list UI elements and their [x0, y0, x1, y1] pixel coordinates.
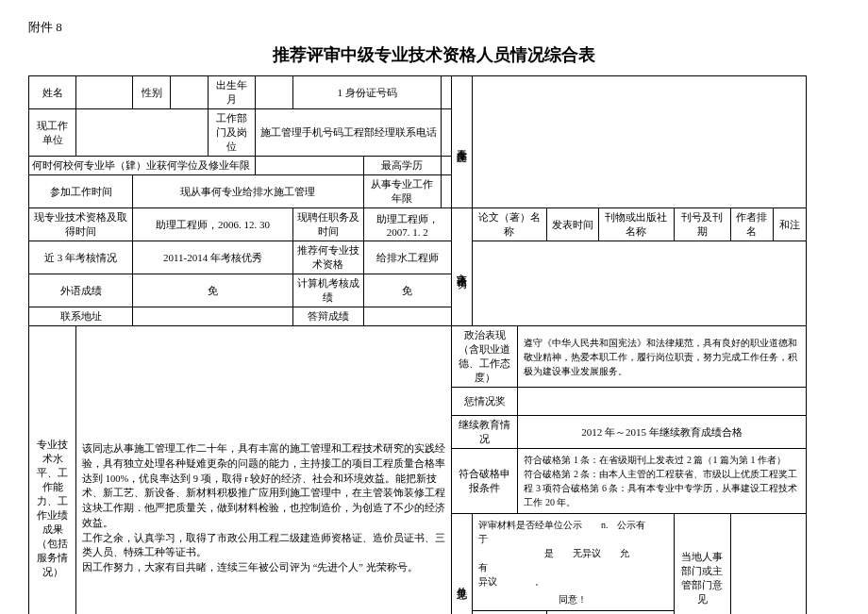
label-idno: 1 身份证号码 — [293, 76, 442, 109]
label-local: 当地人事部门或主管部门意见 — [674, 514, 730, 615]
seal1: （盖章）2015 年 7 月 28 日 — [472, 611, 546, 615]
page-title: 推荐评审中级专业技术资格人员情况综合表 — [28, 43, 840, 66]
val-political: 遵守《中华人民共和国宪法》和法律规范，具有良好的职业道德和敬业精神，热爱本职工作… — [518, 326, 806, 388]
val-lang: 免 — [133, 274, 293, 307]
label-unitop: 单位意见 — [451, 514, 472, 615]
seal2: （盖章） 年月日 — [546, 611, 674, 615]
label-pubside: 文著主论论切 — [451, 208, 472, 326]
label-apply: 符合破格申报条件 — [451, 449, 518, 514]
label-years: 从事专业工作年限 — [363, 175, 442, 208]
unit-review: 评审材料是否经单位公示 n. 公示有 于 是 无异议 允 有 异议 。 同意！ — [472, 514, 674, 611]
label-issue: 刊号及刊期 — [674, 208, 730, 241]
val-honor — [518, 388, 806, 416]
val-edu — [442, 157, 452, 175]
label-defense: 答辩成绩 — [293, 307, 364, 326]
label-honor: 惩情况奖 — [451, 388, 518, 416]
val-comp: 免 — [363, 274, 451, 307]
label-dept: 工作部门及岗位 — [209, 109, 256, 157]
val-recqual: 给排水工程师 — [363, 241, 451, 274]
label-assess3y: 近 3 年考核情况 — [29, 241, 133, 274]
val-local — [730, 514, 806, 615]
label-contedu: 继续教育情况 — [451, 416, 518, 449]
val-contact — [133, 307, 293, 326]
label-comp: 计算机考核成绩 — [293, 274, 364, 307]
label-perf: 专业技术水平、工作能力、工作业绩成果（包括服务情况） — [29, 326, 76, 615]
label-political: 政治表现（含职业道德、工作态度） — [451, 326, 518, 388]
val-phone — [442, 109, 452, 157]
label-joindate: 参加工作时间 — [29, 175, 133, 208]
val-unit — [76, 109, 209, 157]
label-publisher: 刊物或出版社名称 — [598, 208, 674, 241]
label-curpos: 现聘任职务及时间 — [293, 208, 364, 241]
val-grad — [256, 157, 364, 175]
label-gender: 性别 — [133, 76, 171, 109]
val-assess3y: 2011-2014 年考核优秀 — [133, 241, 293, 274]
val-idno — [442, 76, 452, 109]
label-grad: 何时何校何专业毕（肄）业获何学位及修业年限 — [29, 157, 256, 175]
val-workhist — [472, 76, 806, 208]
label-pubname: 论文（著）名称 — [472, 208, 546, 241]
label-edu: 最高学历 — [363, 157, 442, 175]
label-contact: 联系地址 — [29, 307, 133, 326]
label-major: 现从事何专业给排水施工管理 — [133, 175, 364, 208]
label-workhist: 专业工作经历 — [451, 76, 472, 208]
main-form-table: 姓名 性别 出生年月 1 身份证号码 专业工作经历 现工作单位 工作部门及岗位 … — [28, 75, 840, 614]
label-birth: 出生年月 — [209, 76, 256, 109]
val-curpos: 助理工程师，2007. 1. 2 — [363, 208, 451, 241]
val-years — [442, 175, 452, 208]
attachment-label: 附件 8 — [28, 19, 840, 36]
label-rank: 作者排名 — [730, 208, 773, 241]
label-name: 姓名 — [29, 76, 76, 109]
label-recqual: 推荐何专业技术资格 — [293, 241, 364, 274]
val-defense — [363, 307, 451, 326]
label-lang: 外语成绩 — [29, 274, 133, 307]
val-perf: 该同志从事施工管理工作二十年，具有丰富的施工管理和工程技术研究的实践经验，具有独… — [76, 326, 452, 615]
label-pubtime: 发表时间 — [546, 208, 598, 241]
label-note: 和注 — [773, 208, 806, 241]
val-birth — [256, 76, 293, 109]
pub-body — [472, 241, 806, 326]
val-gender — [171, 76, 209, 109]
val-contedu: 2012 年～2015 年继续教育成绩合格 — [518, 416, 806, 449]
val-curqual: 助理工程师，2006. 12. 30 — [133, 208, 293, 241]
label-phone: 施工管理手机号码工程部经理联系电话 — [256, 109, 442, 157]
val-name — [76, 76, 133, 109]
val-apply: 符合破格第 1 条：在省级期刊上发表过 2 篇（1 篇为第 1 作者）符合破格第… — [518, 449, 806, 514]
label-unit: 现工作单位 — [29, 109, 76, 157]
label-curqual: 现专业技术资格及取得时间 — [29, 208, 133, 241]
